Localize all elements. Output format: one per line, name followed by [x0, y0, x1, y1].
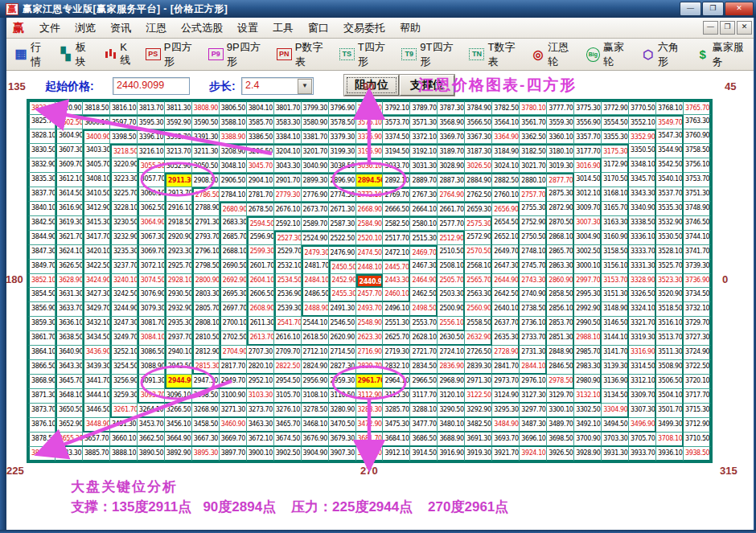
minimize-icon[interactable]: —	[680, 2, 701, 16]
grid-cell: 2745.70	[520, 260, 547, 274]
grid-cell: 2853.70	[547, 317, 574, 331]
grid-cell: 3878.50	[28, 433, 55, 447]
grid-cell: 2836.90	[438, 360, 465, 375]
menu-item-帮助[interactable]: 帮助	[392, 19, 428, 36]
menu-item-浏览[interactable]: 浏览	[68, 19, 103, 36]
toolbar-item-P数字表[interactable]: PNP数字表	[275, 39, 332, 71]
grid-cell: 2786.50	[192, 187, 220, 202]
grid-cell: 3076.90	[138, 288, 165, 302]
grid-cell: 3136.90	[602, 375, 629, 389]
grid-cell: 2923.30	[165, 245, 192, 260]
menu-item-公式选股[interactable]: 公式选股	[174, 19, 230, 36]
grid-cell: 3504.10	[656, 389, 684, 404]
grid-cell: 2510.50	[438, 245, 465, 260]
grid-cell: 2553.70	[410, 317, 438, 331]
grid-cell: 2971.30	[465, 375, 492, 389]
toolbar-item-9P四方形[interactable]: P99P四方形	[207, 39, 269, 71]
grid-cell: 2750.50	[520, 231, 547, 245]
grid-cell: 2700.10	[220, 317, 247, 331]
grid-cell: 3544.90	[656, 144, 684, 158]
grid-cell: 3432.10	[83, 317, 110, 331]
time-square-icon: TS	[339, 48, 355, 60]
grid-cell: 3674.50	[274, 433, 302, 447]
grid-cell: 3105.70	[274, 389, 302, 404]
toolbar-item-T数字表[interactable]: TNT数字表	[467, 39, 524, 71]
close-icon[interactable]: ✕	[725, 2, 754, 16]
grid-cell: 2925.70	[165, 260, 192, 274]
grid-cell: 2954.50	[274, 375, 302, 389]
mdi-minimize-icon[interactable]: —	[703, 21, 718, 35]
angle-label-180: 180	[6, 273, 23, 285]
start-price-input[interactable]: 2440.9099	[113, 77, 190, 95]
menu-item-江恩[interactable]: 江恩	[138, 19, 174, 36]
grid-cell: 3408.10	[83, 173, 110, 187]
grid-cell: 2599.30	[247, 245, 274, 260]
grid-cell: 3520.90	[656, 288, 684, 302]
grid-cell: 3444.10	[83, 389, 110, 404]
toolbar-item-赢家服务[interactable]: $赢家服务	[695, 39, 754, 71]
grid-cell: 3362.50	[520, 129, 547, 144]
grid-cell: 3249.70	[110, 331, 138, 346]
menu-item-资讯[interactable]: 资讯	[103, 19, 138, 36]
grid-cell: 2642.50	[492, 288, 520, 302]
toolbar-item-P四方形[interactable]: PSP四方形	[144, 39, 201, 71]
menu-item-工具[interactable]: 工具	[265, 19, 301, 36]
maximize-icon[interactable]: ❐	[702, 2, 724, 16]
menu-item-交易委托[interactable]: 交易委托	[336, 19, 392, 36]
grid-cell: 3712.90	[684, 418, 711, 433]
step-dropdown[interactable]: 2.4 ▼	[241, 77, 314, 95]
grid-cell: 3782.50	[492, 100, 520, 115]
grid-cell: 3919.30	[465, 447, 492, 461]
toolbar-item-9T四方形[interactable]: T99T四方形	[400, 39, 462, 71]
grid-cell: 3429.70	[83, 302, 110, 317]
grid-cell: 3144.10	[602, 331, 629, 346]
grid-cell: 3141.70	[602, 346, 629, 360]
grid-cell: 3403.30	[83, 144, 110, 158]
grid-cell: 3624.10	[55, 245, 83, 260]
grid-cell: 3715.30	[684, 404, 711, 418]
grid-cell: 2916.10	[165, 202, 192, 216]
toolbar-item-行情[interactable]: ▦行情	[13, 39, 52, 71]
chevron-down-icon[interactable]: ▼	[298, 79, 312, 94]
grid-cell: 3196.90	[356, 144, 384, 158]
grid-cell: 3472.90	[356, 418, 384, 433]
grid-cell: 3405.70	[83, 158, 110, 173]
grid-cell: 2452.90	[329, 274, 356, 289]
grid-cell: 3074.50	[138, 274, 165, 289]
grid-cell: 3813.70	[138, 100, 165, 115]
grid-cell: 3146.50	[602, 317, 629, 331]
grid-cell: 3811.30	[165, 100, 192, 115]
toolbar-item-板块[interactable]: ▚板块	[58, 39, 97, 71]
grid-cell: 2894.50	[356, 173, 384, 187]
toolbar-item-赢家轮[interactable]: Big赢家轮	[585, 39, 635, 71]
grid-cell: 3732.10	[684, 302, 711, 317]
grid-cell: 2457.70	[356, 288, 384, 302]
menu-item-文件[interactable]: 文件	[32, 19, 68, 36]
grid-cell: 3052.90	[165, 158, 192, 173]
grid-cell: 3465.70	[274, 418, 302, 433]
grid-cell: 2587.30	[329, 216, 356, 231]
grid-cell: 2563.30	[465, 288, 492, 302]
mdi-close-icon[interactable]: ✕	[737, 21, 752, 35]
grid-cell: 2683.30	[220, 216, 247, 231]
grid-cell: 2517.70	[383, 231, 410, 245]
grid-cell: 2652.10	[492, 231, 520, 245]
grid-cell: 3280.90	[329, 404, 356, 418]
toolbar-item-K线[interactable]: K线	[102, 39, 138, 69]
toolbar-item-T四方形[interactable]: TST四方形	[338, 39, 394, 71]
chart-title: 江恩价格图表-四方形	[418, 75, 577, 96]
grid-cell: 3276.10	[274, 404, 302, 418]
grid-cell: 3823.30	[28, 100, 55, 115]
grid-cell: 3088.90	[138, 360, 165, 375]
grid-cell: 3038.50	[329, 158, 356, 173]
toolbar-item-江恩轮[interactable]: ◎江恩轮	[530, 39, 579, 71]
menu-item-设置[interactable]: 设置	[230, 19, 265, 36]
toolbar-item-六角形[interactable]: ⬡六角形	[640, 39, 689, 71]
mdi-restore-icon[interactable]: ❐	[720, 21, 735, 35]
grid-cell: 3033.70	[383, 158, 410, 173]
grid-cell: 3897.70	[220, 447, 247, 461]
menu-item-窗口[interactable]: 窗口	[301, 19, 336, 36]
toolbar-item-label: 9P四方形	[227, 40, 268, 69]
grid-cell: 3765.70	[684, 100, 711, 115]
grid-cell: 3708.10	[656, 433, 684, 447]
